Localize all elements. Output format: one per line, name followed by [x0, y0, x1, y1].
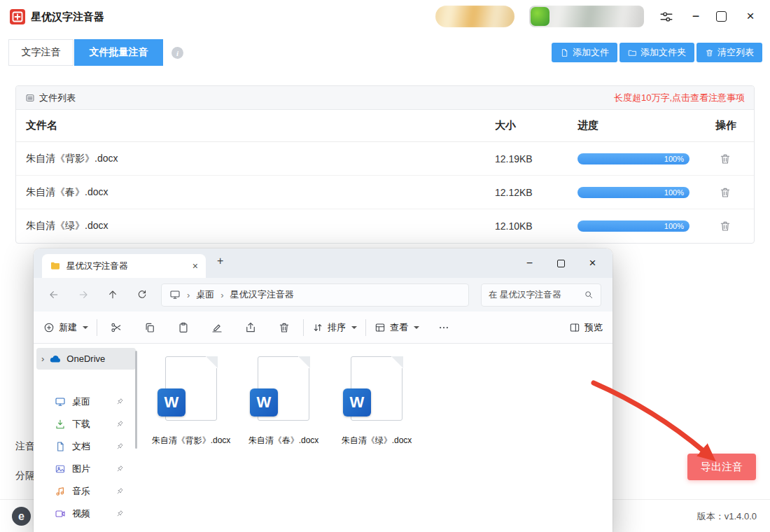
- view-button[interactable]: 查看: [374, 321, 419, 334]
- divider: [303, 319, 304, 336]
- explorer-maximize-button[interactable]: [545, 248, 577, 278]
- forward-button[interactable]: [69, 289, 98, 300]
- pin-icon: [115, 487, 124, 496]
- panel-title-label: 文件列表: [39, 92, 76, 104]
- share-button[interactable]: [240, 321, 261, 334]
- delete-row-button[interactable]: [719, 186, 733, 200]
- preview-button[interactable]: 预览: [569, 321, 603, 334]
- pin-icon: [115, 442, 124, 451]
- document-icon: [55, 441, 66, 452]
- chevron-down-icon: [83, 326, 88, 329]
- file-size: 12.19KB: [495, 153, 578, 164]
- search-icon: [584, 290, 594, 300]
- word-badge: W: [158, 388, 186, 416]
- trash-icon: [719, 153, 732, 165]
- file-item[interactable]: W 朱自清《绿》.docx: [330, 356, 423, 447]
- add-file-button[interactable]: 添加文件: [552, 43, 617, 62]
- info-icon[interactable]: i: [172, 47, 183, 59]
- breadcrumb[interactable]: › 桌面 › 星优汉字注音器: [161, 284, 469, 307]
- add-folder-button[interactable]: 添加文件夹: [620, 43, 694, 62]
- sidebar-scrollbar[interactable]: [135, 351, 137, 449]
- sidebar-item-music[interactable]: 音乐: [34, 480, 139, 503]
- explorer-close-button[interactable]: ×: [577, 248, 608, 278]
- file-label: 朱自清《绿》.docx: [330, 435, 423, 447]
- explorer-address-bar: › 桌面 › 星优汉字注音器 在 星优汉字注音器: [34, 278, 612, 312]
- picture-icon: [55, 463, 66, 475]
- export-pinyin-button[interactable]: 导出注音: [687, 454, 756, 480]
- minimize-button[interactable]: −: [687, 8, 704, 24]
- list-icon: [25, 93, 35, 103]
- progress-label: 100%: [664, 155, 684, 163]
- action-buttons: 添加文件 添加文件夹 清空列表: [552, 43, 762, 62]
- table-header: 文件名 大小 进度 操作: [16, 110, 754, 142]
- clear-list-button[interactable]: 清空列表: [696, 43, 762, 62]
- up-button[interactable]: [98, 289, 127, 300]
- user-chip-blurred[interactable]: [529, 6, 644, 27]
- back-button[interactable]: [39, 289, 69, 300]
- copy-button[interactable]: [139, 321, 160, 334]
- file-item[interactable]: W 朱自清《背影》.docx: [145, 356, 237, 447]
- breadcrumb-desktop[interactable]: 桌面: [196, 288, 214, 301]
- progress-bar: 100%: [578, 220, 690, 232]
- clipboard-buttons: [106, 321, 295, 334]
- sidebar-item-documents[interactable]: 文档: [34, 435, 139, 458]
- sidebar-item-label: 音乐: [72, 485, 90, 498]
- breadcrumb-folder[interactable]: 星优汉字注音器: [230, 288, 294, 301]
- file-name: 朱自清《背影》.docx: [26, 153, 495, 165]
- cut-button[interactable]: [106, 321, 127, 334]
- refresh-button[interactable]: [127, 289, 157, 300]
- explorer-tabstrip: 星优汉字注音器 × + − ×: [34, 248, 612, 278]
- sort-label: 排序: [328, 321, 346, 334]
- explorer-search-input[interactable]: 在 星优汉字注音器: [481, 284, 601, 307]
- paste-button[interactable]: [173, 321, 194, 334]
- sort-button[interactable]: 排序: [312, 321, 357, 334]
- length-notice-link[interactable]: 长度超10万字,点击查看注意事项: [614, 92, 745, 104]
- view-label: 查看: [390, 321, 408, 334]
- settings-sliders-icon[interactable]: [659, 9, 674, 24]
- word-file-icon: W: [330, 356, 423, 426]
- sidebar-item-downloads[interactable]: 下载: [34, 413, 139, 435]
- trash-icon: [719, 220, 732, 232]
- preview-label: 预览: [584, 321, 603, 334]
- onedrive-label: OneDrive: [66, 354, 105, 364]
- new-button[interactable]: 新建: [43, 321, 88, 334]
- blurred-text: [435, 6, 514, 27]
- word-file-icon: W: [237, 356, 330, 426]
- tab-batch-annotate[interactable]: 文件批量注音: [74, 39, 163, 66]
- sidebar-item-videos[interactable]: 视频: [34, 503, 139, 525]
- this-pc-icon: [169, 289, 181, 300]
- explorer-body: › OneDrive 桌面 下载: [34, 344, 612, 532]
- tab-text-annotate[interactable]: 文字注音: [8, 39, 74, 66]
- sidebar-item-onedrive[interactable]: › OneDrive: [36, 348, 136, 370]
- settings-label-partial: 分隔: [15, 470, 35, 482]
- more-options-button[interactable]: [433, 321, 454, 334]
- sidebar-item-label: 视频: [72, 507, 90, 520]
- file-explorer-window: 星优汉字注音器 × + − × › 桌面 › 星优汉字注音器: [34, 248, 612, 532]
- pin-icon: [115, 465, 124, 473]
- download-icon: [55, 419, 66, 430]
- account-chip-blurred[interactable]: [435, 6, 514, 27]
- e-logo-icon[interactable]: e: [12, 507, 31, 526]
- delete-row-button[interactable]: [719, 152, 733, 166]
- tab-close-icon[interactable]: ×: [192, 260, 198, 272]
- file-name: 朱自清《春》.docx: [26, 186, 495, 199]
- explorer-tab[interactable]: 星优汉字注音器 ×: [42, 254, 206, 278]
- panel-header: 文件列表 长度超10万字,点击查看注意事项: [16, 86, 754, 110]
- sidebar-item-partial[interactable]: [34, 525, 139, 532]
- chevron-right-icon: ›: [41, 354, 44, 364]
- sidebar-item-desktop[interactable]: 桌面: [34, 391, 139, 413]
- new-tab-button[interactable]: +: [217, 255, 223, 267]
- delete-row-button[interactable]: [719, 219, 733, 233]
- sidebar-item-pictures[interactable]: 图片: [34, 458, 139, 480]
- onedrive-cloud-icon: [49, 353, 62, 365]
- explorer-minimize-button[interactable]: −: [514, 248, 545, 278]
- maximize-button[interactable]: [716, 11, 727, 22]
- file-item[interactable]: W 朱自清《春》.docx: [237, 356, 330, 447]
- rename-button[interactable]: [206, 321, 227, 334]
- music-icon: [55, 486, 66, 497]
- delete-button[interactable]: [274, 321, 295, 334]
- table-row: 朱自清《春》.docx 12.12KB 100%: [16, 176, 754, 209]
- clear-list-label: 清空列表: [718, 46, 754, 59]
- close-button[interactable]: ×: [742, 8, 759, 24]
- file-list-panel: 文件列表 长度超10万字,点击查看注意事项 文件名 大小 进度 操作 朱自清《背…: [15, 85, 755, 244]
